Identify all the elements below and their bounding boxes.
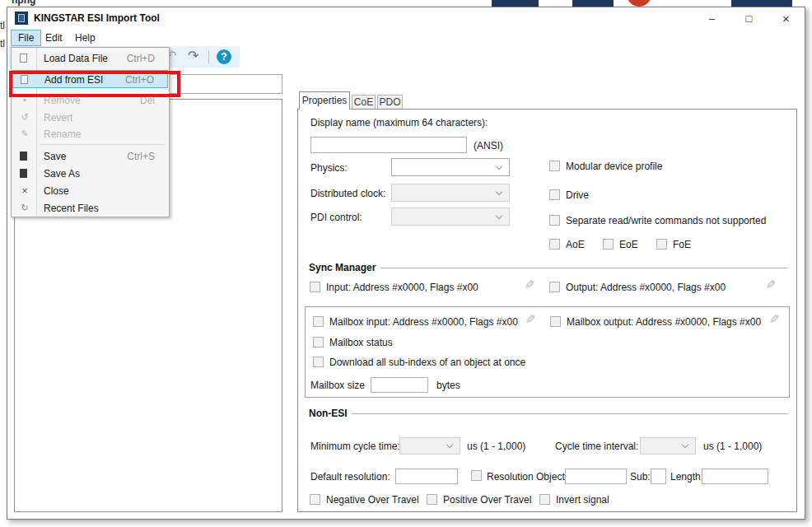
menu-item-label: Close — [44, 185, 69, 197]
default-resolution-input[interactable] — [395, 469, 458, 484]
edit-pencil-icon[interactable]: ✎ — [525, 312, 536, 327]
modular-device-profile-checkbox[interactable] — [549, 161, 560, 171]
positive-over-travel-label: Positive Over Travel — [443, 494, 531, 506]
close-button[interactable]: × — [768, 7, 805, 29]
mailbox-input-checkbox[interactable] — [313, 316, 324, 327]
tab-pdo[interactable]: PDO — [377, 95, 403, 110]
negative-over-travel-label: Negative Over Travel — [326, 494, 419, 506]
sync-manager-header: Sync Manager — [309, 262, 376, 273]
menu-item-label: Save As — [44, 168, 80, 180]
load-file-icon — [20, 54, 27, 63]
save-icon — [20, 152, 27, 161]
positive-over-travel-checkbox[interactable] — [427, 494, 437, 505]
menu-item-label: Load Data File — [44, 53, 108, 64]
background-red-logo — [627, 0, 651, 7]
sm-output-checkbox[interactable] — [549, 282, 560, 292]
toolbar-separator — [208, 50, 209, 63]
menu-item-label: Save — [44, 151, 66, 162]
document-icon — [18, 14, 25, 22]
section-rule — [380, 268, 788, 268]
physics-label: Physics: — [310, 162, 348, 174]
mailbox-status-label: Mailbox status — [329, 337, 393, 348]
menu-item-label: Recent Files — [44, 203, 99, 214]
menu-item-recent-files[interactable]: ↻ Recent Files — [12, 199, 168, 217]
mailbox-size-input[interactable] — [371, 377, 428, 393]
edit-pencil-icon[interactable]: ✎ — [525, 277, 535, 292]
mailbox-status-checkbox[interactable] — [313, 337, 324, 347]
menu-item-save[interactable]: Save Ctrl+S — [12, 147, 168, 165]
pdi-control-select — [391, 208, 510, 226]
length-input[interactable] — [702, 469, 768, 484]
menu-item-shortcut: Ctrl+S — [127, 151, 155, 162]
menu-edit[interactable]: Edit — [39, 30, 69, 46]
save-as-icon — [20, 169, 27, 178]
menu-item-revert: ↺ Revert — [12, 109, 168, 126]
menu-item-label: Revert — [44, 112, 72, 124]
sm-input-checkbox[interactable] — [310, 282, 320, 292]
resolution-object-input[interactable] — [565, 469, 627, 484]
resolution-object-label: Resolution Object: — [487, 471, 567, 483]
mailbox-output-label: Mailbox output: Address #x0000, Flags #x… — [567, 316, 761, 328]
display-name-input[interactable] — [310, 137, 467, 153]
tab-properties[interactable]: Properties — [299, 91, 350, 110]
foe-checkbox[interactable] — [656, 239, 667, 250]
edit-pencil-icon[interactable]: ✎ — [766, 277, 777, 292]
aoe-label: AoE — [566, 239, 585, 250]
negative-over-travel-checkbox[interactable] — [310, 494, 320, 505]
cycle-time-interval-label: Cycle time interval: — [555, 441, 638, 452]
default-resolution-label: Default resolution: — [310, 471, 390, 483]
drive-checkbox[interactable] — [549, 189, 560, 200]
length-label: Length: — [670, 471, 703, 483]
chevron-down-icon — [496, 189, 502, 195]
menu-separator — [40, 144, 165, 145]
annotation-highlight-box — [9, 71, 180, 97]
chevron-down-icon — [496, 212, 502, 219]
maximize-button[interactable]: □ — [730, 7, 768, 29]
mailbox-output-checkbox[interactable] — [550, 316, 561, 327]
sm-output-label: Output: Address #x0000, Flags #x00 — [566, 282, 726, 293]
background-text-fragment: tl — [0, 20, 5, 31]
bytes-label: bytes — [436, 380, 460, 391]
display-name-label: Display name (maximum 64 characters): — [310, 117, 488, 128]
sm-input-label: Input: Address #x0000, Flags #x00 — [326, 282, 478, 293]
menu-item-close[interactable]: × Close — [12, 182, 168, 199]
invert-signal-label: Invert signal — [556, 494, 609, 506]
distributed-clock-select — [391, 184, 510, 202]
menu-item-shortcut: Ctrl+D — [127, 53, 155, 64]
resolution-object-checkbox[interactable] — [471, 470, 482, 481]
min-cycle-time-select — [399, 437, 460, 455]
menu-help[interactable]: Help — [68, 30, 102, 46]
edit-pencil-icon[interactable]: ✎ — [769, 312, 780, 327]
download-subindexes-checkbox[interactable] — [313, 357, 324, 367]
eoe-checkbox[interactable] — [603, 239, 614, 250]
non-esi-header: Non-ESI — [309, 408, 348, 419]
pdi-control-label: PDI control: — [310, 212, 362, 223]
aoe-checkbox[interactable] — [549, 239, 560, 250]
invert-signal-checkbox[interactable] — [539, 494, 550, 505]
mailbox-input-label: Mailbox input: Address #x0000, Flags #x0… — [329, 316, 518, 328]
window-title: KINGSTAR ESI Import Tool — [34, 12, 160, 24]
menu-item-load-data-file[interactable]: Load Data File Ctrl+D — [12, 49, 168, 67]
sub-input[interactable] — [651, 469, 666, 484]
close-file-icon: × — [18, 184, 31, 197]
eoe-label: EoE — [619, 239, 638, 250]
tab-coe[interactable]: CoE — [352, 95, 376, 110]
separate-rw-checkbox[interactable] — [549, 215, 560, 226]
app-icon — [15, 12, 28, 25]
foe-label: FoE — [673, 239, 691, 250]
minimize-button[interactable]: – — [693, 7, 730, 29]
help-icon[interactable]: ? — [217, 49, 231, 64]
physics-select[interactable] — [391, 158, 510, 176]
us-range-label: us (1 - 1,000) — [703, 441, 762, 452]
background-text-fragment: npng — [12, 0, 35, 6]
sub-label: Sub: — [630, 471, 651, 483]
modular-device-profile-label: Modular device profile — [566, 161, 662, 172]
titlebar: KINGSTAR ESI Import Tool – □ × — [7, 7, 805, 29]
menu-item-label: Rename — [44, 128, 81, 140]
background-text-fragment: tl — [0, 38, 5, 49]
menu-file[interactable]: File — [11, 30, 41, 46]
menu-item-save-as[interactable]: Save As — [12, 165, 168, 182]
redo-icon[interactable]: ↷ — [188, 49, 198, 63]
section-rule — [352, 413, 788, 414]
distributed-clock-label: Distributed clock: — [310, 188, 385, 199]
